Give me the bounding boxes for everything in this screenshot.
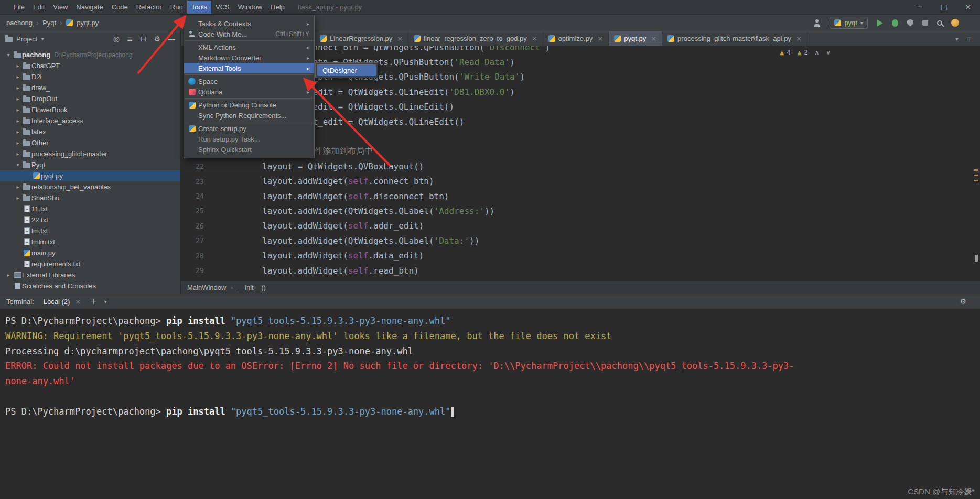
run-button[interactable] <box>877 19 883 27</box>
terminal-tab-local[interactable]: Local (2) × <box>44 298 81 306</box>
project-view-title[interactable]: Project <box>16 35 37 43</box>
tree-item-latex[interactable]: ▸latex <box>0 126 180 137</box>
tree-item-22-txt[interactable]: 22.txt <box>0 214 180 225</box>
menu-item-qodana[interactable]: Qodana▸ <box>184 86 314 97</box>
close-tab-icon[interactable]: × <box>651 35 656 42</box>
tree-item-pyqt[interactable]: ▾Pyqt <box>0 159 180 170</box>
tree-item-main-py[interactable]: main.py <box>0 247 180 258</box>
collapse-all-icon[interactable]: ⊟ <box>141 35 147 43</box>
scrollbar-thumb[interactable] <box>975 255 978 262</box>
close-tab-icon[interactable]: × <box>532 35 537 42</box>
close-tab-icon[interactable]: × <box>597 35 603 42</box>
menu-item-python-or-debug-console[interactable]: Python or Debug Console <box>184 100 314 110</box>
menu-item-external-tools[interactable]: External Tools▸ <box>184 63 314 73</box>
error-stripe-mark[interactable] <box>974 169 978 171</box>
tab-pyqt-py[interactable]: pyqt.py× <box>609 31 662 46</box>
menu-vcs[interactable]: VCS <box>211 1 234 14</box>
close-icon[interactable]: × <box>956 0 980 14</box>
chevron-right-icon[interactable]: ▸ <box>14 63 22 69</box>
terminal-title[interactable]: Terminal: <box>6 298 34 306</box>
tree-item-chatgpt[interactable]: ▸ChatGPT <box>0 60 180 71</box>
tree-item-d2l[interactable]: ▸D2l <box>0 71 180 82</box>
tree-item-draw[interactable]: ▸draw_ <box>0 82 180 93</box>
menu-view[interactable]: View <box>49 1 72 14</box>
hide-panel-icon[interactable]: ― <box>168 35 175 43</box>
menu-window[interactable]: Window <box>234 1 266 14</box>
chevron-right-icon[interactable]: ▸ <box>14 118 22 124</box>
breadcrumb-item-pyqt[interactable]: Pyqt <box>42 19 56 27</box>
error-stripe-mark[interactable] <box>974 180 978 181</box>
menu-tools[interactable]: Tools <box>187 1 211 14</box>
menu-code[interactable]: Code <box>107 1 132 14</box>
chevron-right-icon[interactable]: ▸ <box>14 195 22 201</box>
menu-item-space[interactable]: Space <box>184 76 314 86</box>
close-terminal-tab-icon[interactable]: × <box>75 298 81 306</box>
menu-item-create-setup-py[interactable]: Create setup.py <box>184 123 314 134</box>
breadcrumb-item-pyqt-py[interactable]: pyqt.py <box>77 19 99 27</box>
tree-item-relationship-bet-variables[interactable]: ▸relationship_bet_variables <box>0 181 180 192</box>
breadcrumb-item-init[interactable]: __init__() <box>238 284 266 291</box>
menu-refactor[interactable]: Refactor <box>132 1 166 14</box>
tree-item-external-libraries[interactable]: ▸External Libraries <box>0 269 180 280</box>
menu-item-run-setup-py-task[interactable]: Run setup.py Task... <box>184 134 314 144</box>
menu-item-sphinx-quickstart[interactable]: Sphinx Quickstart <box>184 144 314 155</box>
tab-linearregression-py[interactable]: LinearRegression.py× <box>315 31 408 46</box>
terminal-settings-gear-icon[interactable]: ⚙ <box>960 297 966 306</box>
settings-gear-icon[interactable]: ⚙ <box>154 35 160 43</box>
expand-all-icon[interactable]: ≡ <box>127 35 133 43</box>
tree-item-dropout[interactable]: ▸DropOut <box>0 93 180 104</box>
run-config-selector[interactable]: pyqt ▾ <box>830 17 868 29</box>
chevron-right-icon[interactable]: ▸ <box>14 107 22 113</box>
menu-help[interactable]: Help <box>266 1 289 14</box>
tree-item-interface-access[interactable]: ▸Interface_access <box>0 115 180 126</box>
menu-item-markdown-converter[interactable]: Markdown Converter▸ <box>184 52 314 63</box>
inspections-widget[interactable]: ▲ 4 ▲ 2 ∧ ∨ <box>780 49 831 56</box>
tab-optimize-py[interactable]: optimize.py× <box>543 31 609 46</box>
tree-item-11-txt[interactable]: 11.txt <box>0 203 180 214</box>
terminal-dropdown-icon[interactable]: ▾ <box>104 299 107 305</box>
tree-item-flowerbook[interactable]: ▸FlowerBook <box>0 104 180 115</box>
hidden-tabs-icon[interactable]: ▾ <box>955 35 959 42</box>
chevron-right-icon[interactable]: ▸ <box>14 129 22 135</box>
tree-item-scratches-and-consoles[interactable]: Scratches and Consoles <box>0 280 180 291</box>
notification-icon[interactable] <box>951 19 959 27</box>
new-terminal-icon[interactable]: + <box>90 297 97 306</box>
error-stripe-mark[interactable] <box>974 175 978 176</box>
chevron-right-icon[interactable]: ▸ <box>4 272 13 278</box>
chevron-right-icon[interactable]: ▸ <box>14 96 22 102</box>
search-icon[interactable] <box>937 20 942 26</box>
menu-item-tasks-contexts[interactable]: Tasks & Contexts▸ <box>184 18 314 29</box>
tab-processing-glitch-master-flask-api-py[interactable]: processing_glitch-master\flask_api.py× <box>662 31 807 46</box>
tree-item-lmlm-txt[interactable]: lmlm.txt <box>0 236 180 247</box>
chevron-down-icon[interactable]: ▾ <box>14 162 22 168</box>
chevron-right-icon[interactable]: ▸ <box>14 74 22 80</box>
menu-item-qtdesigner[interactable]: QtDesigner <box>317 64 376 76</box>
menu-navigate[interactable]: Navigate <box>72 1 107 14</box>
next-issue-icon[interactable]: ∨ <box>826 49 831 56</box>
tab-linear-regression-zero-to-god-py[interactable]: linear_regression_zero_to_god.py× <box>408 31 543 46</box>
coverage-button[interactable] <box>907 19 913 27</box>
tree-item-pyqt-py[interactable]: pyqt.py <box>0 170 180 181</box>
chevron-right-icon[interactable]: ▸ <box>14 140 22 146</box>
user-icon[interactable] <box>813 19 821 27</box>
chevron-down-icon[interactable]: ▾ <box>4 52 13 58</box>
prev-issue-icon[interactable]: ∧ <box>814 49 819 56</box>
menu-edit[interactable]: Edit <box>29 1 49 14</box>
menu-item-code-with-me[interactable]: Code With Me...Ctrl+Shift+Y <box>184 29 314 39</box>
close-tab-icon[interactable]: × <box>796 35 802 42</box>
minimize-icon[interactable]: ─ <box>908 0 932 14</box>
tree-item-other[interactable]: ▸Other <box>0 137 180 148</box>
debug-button[interactable] <box>892 19 898 27</box>
menu-item-sync-python-requirements[interactable]: Sync Python Requirements... <box>184 110 314 121</box>
menu-run[interactable]: Run <box>166 1 187 14</box>
tree-item-shanshu[interactable]: ▸ShanShu <box>0 192 180 203</box>
editor-options-icon[interactable]: ≡ <box>966 35 972 42</box>
terminal-output[interactable]: PS D:\PycharmProject\pachong> pip instal… <box>0 309 980 499</box>
breadcrumb-item-pachong[interactable]: pachong <box>6 19 33 27</box>
maximize-icon[interactable]: □ <box>932 0 956 14</box>
tree-item-requirements-txt[interactable]: requirements.txt <box>0 258 180 269</box>
locate-file-icon[interactable]: ◎ <box>113 35 120 43</box>
tree-item-pachong[interactable]: ▾pachongD:\PycharmProject\pachong <box>0 49 180 60</box>
close-tab-icon[interactable]: × <box>397 35 403 42</box>
menu-item-xml-actions[interactable]: XML Actions▸ <box>184 42 314 52</box>
